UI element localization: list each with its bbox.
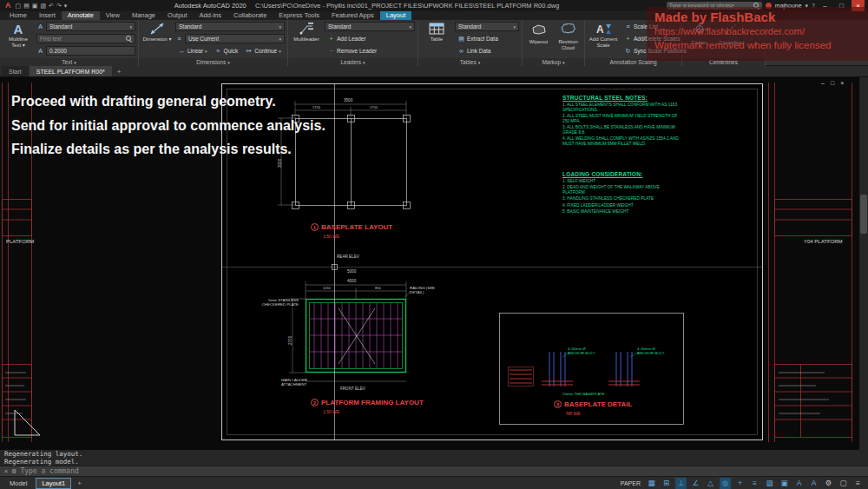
panel-footer-leaders[interactable]: Leaders▾: [288, 58, 418, 66]
text-style-dropdown[interactable]: Standard ▾: [46, 22, 135, 31]
paper-space-toggle[interactable]: PAPER: [621, 480, 641, 486]
dim-4000: 4000: [347, 279, 356, 283]
baseplate-thk-note: 10mm THK BASEPLATE: [562, 392, 615, 396]
object-snap-icon[interactable]: ◎: [720, 478, 731, 489]
table-label: Table: [431, 36, 443, 42]
quick-dimension-button[interactable]: » Quick: [212, 46, 241, 56]
viewport-close-icon[interactable]: ×: [840, 80, 844, 87]
panel-markup: Wipeout Revision Cloud Markup▾: [523, 20, 585, 66]
qat-chevron-down-icon[interactable]: ▾: [64, 0, 68, 11]
tab-output[interactable]: Output: [161, 11, 194, 20]
workspace-gear-icon[interactable]: ⚙: [823, 478, 834, 489]
text-height-value: 0.2000: [49, 48, 67, 54]
tab-manage[interactable]: Manage: [126, 11, 161, 20]
tab-addins[interactable]: Add-ins: [194, 11, 227, 20]
find-text-field[interactable]: [36, 34, 135, 43]
autoscale-icon[interactable]: A: [808, 478, 819, 489]
mleader-style-value: Standard: [328, 23, 351, 30]
dim-layer-dropdown[interactable]: Use Current ▾: [185, 34, 285, 43]
panel-footer-text[interactable]: Text▾: [0, 58, 138, 66]
annotation-visibility-icon[interactable]: A: [793, 478, 805, 489]
extract-data-button[interactable]: ▤ Extract Data: [455, 34, 501, 44]
dimstyle-dropdown[interactable]: Standard ▾: [175, 22, 285, 31]
tab-express-tools[interactable]: Express Tools: [273, 11, 326, 20]
new-layout-button[interactable]: +: [75, 479, 84, 487]
new-drawing-tab-button[interactable]: +: [113, 66, 126, 76]
transparency-icon[interactable]: ▨: [764, 478, 775, 489]
new-icon[interactable]: ▢: [16, 0, 22, 11]
viewport-minimize-icon[interactable]: –: [821, 80, 825, 87]
linear-dimension-button[interactable]: ↔ Linear ▾: [175, 46, 210, 56]
tab-insert[interactable]: Insert: [33, 11, 62, 20]
add-current-scale-button[interactable]: A Add Current Scale: [588, 21, 619, 57]
overlay-line-3: Finalize details as per the analysis res…: [11, 137, 326, 162]
tab-layout[interactable]: Layout: [380, 11, 412, 20]
file-tab-start[interactable]: Start: [2, 66, 29, 76]
mleader-style-dropdown[interactable]: Standard ▾: [325, 22, 415, 31]
drawing-viewport[interactable]: Proceed with drafting general geometry. …: [0, 77, 868, 450]
snap-mode-icon[interactable]: ⊞: [661, 478, 672, 489]
watermark-url[interactable]: https://www.flashbackrecorder.com/: [654, 25, 860, 38]
continue-dimension-button[interactable]: ↦ Continue ▾: [242, 46, 284, 56]
viewport-maximize-icon[interactable]: □: [831, 80, 834, 87]
table-style-dropdown[interactable]: Standard ▾: [455, 22, 519, 31]
text-height-field[interactable]: 0.2000: [46, 46, 135, 56]
loading-note-item: 1. SELF-WEIGHT: [562, 179, 682, 184]
wipeout-button[interactable]: Wipeout: [525, 21, 552, 57]
save-icon[interactable]: ▣: [32, 0, 38, 11]
steel-note-item: 4. ALL WELDING SHALL COMPLY WITH AS/NZS …: [562, 136, 682, 147]
tab-home[interactable]: Home: [3, 11, 33, 20]
tab-annotate[interactable]: Annotate: [62, 11, 100, 20]
add-leader-button[interactable]: + Add Leader: [325, 34, 369, 44]
find-text-input[interactable]: [40, 36, 124, 42]
command-input[interactable]: [20, 467, 864, 475]
ortho-mode-icon[interactable]: ⊥: [675, 478, 687, 489]
panel-footer-dimensions[interactable]: Dimensions▾: [139, 58, 287, 66]
undo-icon[interactable]: ↶: [49, 0, 54, 11]
layout1-tab[interactable]: Layout1: [36, 478, 71, 489]
polar-tracking-icon[interactable]: ∠: [690, 478, 701, 489]
grid-display-icon[interactable]: ▦: [646, 478, 657, 489]
command-close-icon[interactable]: ×: [4, 468, 8, 474]
remove-leader-button[interactable]: − Remove Leader: [325, 46, 379, 56]
customization-icon[interactable]: ≡: [852, 478, 864, 489]
loading-note-item: 5. BASIC MAINTENANCE WEIGHT: [562, 209, 682, 215]
scrollbar-thumb[interactable]: [860, 195, 867, 234]
steel-note-item: 1. ALL STEEL ELEMENTS SHALL CONFORM WITH…: [562, 102, 682, 113]
tab-view[interactable]: View: [100, 11, 126, 20]
text-style-value: Standard: [49, 23, 72, 30]
multileader-button[interactable]: Multileader: [291, 21, 322, 57]
open-icon[interactable]: ▤: [23, 0, 30, 11]
dim-3000: 3000: [278, 159, 282, 168]
selection-cycling-icon[interactable]: ▣: [779, 478, 790, 489]
file-tab-drawing[interactable]: STEEL PLATFORM R00*: [30, 66, 112, 76]
object-snap-tracking-icon[interactable]: +: [734, 478, 746, 489]
panel-footer-markup[interactable]: Markup▾: [523, 58, 584, 66]
redo-icon[interactable]: ↷: [56, 0, 62, 11]
panel-footer-tables[interactable]: Tables▾: [418, 58, 522, 66]
autocad-logo-icon[interactable]: A: [3, 0, 13, 11]
multiline-label-1: Multiline: [9, 36, 28, 42]
dim-1750-b: 1750: [370, 105, 378, 109]
model-tab[interactable]: Model: [4, 478, 32, 489]
vertical-scrollbar[interactable]: [859, 77, 868, 450]
lineweight-icon[interactable]: ≡: [749, 478, 760, 489]
dimension-label: Dimension: [142, 36, 167, 42]
revision-cloud-button[interactable]: Revision Cloud: [555, 21, 582, 57]
table-button[interactable]: Table: [421, 21, 452, 57]
panel-leaders: Multileader Standard ▾ + Add Leader: [288, 20, 418, 66]
clean-screen-icon[interactable]: ▢: [838, 478, 849, 489]
loading-notes-title: LOADING CONSIDERATION:: [562, 171, 682, 177]
isometric-drafting-icon[interactable]: △: [705, 478, 716, 489]
anchor-bolt-note-2: 4-16mm Ø ANCHOR BOLT: [637, 347, 672, 355]
dimension-icon: [148, 21, 166, 36]
tab-featured-apps[interactable]: Featured Apps: [326, 11, 380, 20]
command-customize-icon[interactable]: ⚙: [11, 468, 16, 475]
multiline-text-button[interactable]: A Multiline Text ▾: [3, 21, 34, 57]
plot-icon[interactable]: ▨: [40, 0, 46, 11]
chevron-down-icon: ▾: [74, 60, 76, 65]
dimension-button[interactable]: Dimension ▾: [141, 21, 173, 57]
link-data-button[interactable]: ∞ Link Data: [455, 46, 493, 56]
watermark-title: Made by FlashBack: [654, 10, 860, 25]
tab-collaborate[interactable]: Collaborate: [227, 11, 273, 20]
